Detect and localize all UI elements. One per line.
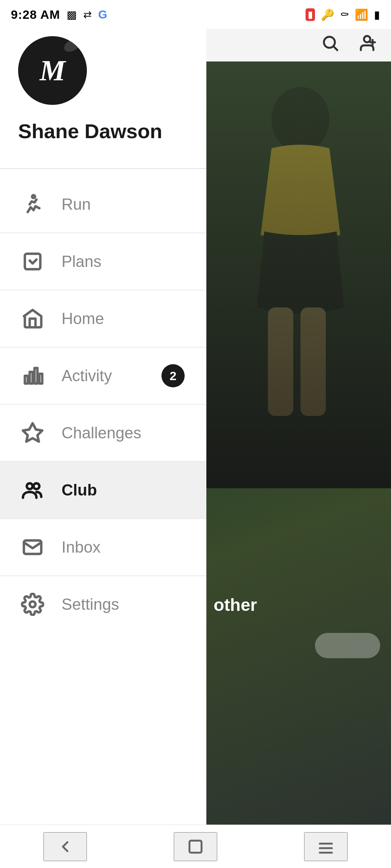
sidebar-item-plans[interactable]: Plans bbox=[0, 233, 206, 290]
activity-badge: 2 bbox=[161, 364, 185, 387]
status-left: 9:28 AM ▩ ⇄ G bbox=[11, 8, 107, 22]
nav-items-list: Run Plans Home bbox=[0, 173, 206, 868]
svg-rect-13 bbox=[34, 368, 37, 384]
record-icon: ▮ bbox=[306, 8, 315, 21]
svg-point-16 bbox=[27, 483, 33, 489]
plans-icon bbox=[18, 247, 47, 276]
avatar-decoration bbox=[62, 36, 83, 54]
sim-icon: ⇄ bbox=[83, 9, 92, 21]
right-cta-button[interactable] bbox=[315, 633, 380, 658]
sidebar-item-challenges[interactable]: Challenges bbox=[0, 405, 206, 461]
image-overlay bbox=[203, 54, 391, 488]
add-user-icon[interactable] bbox=[358, 34, 377, 57]
sidebar-item-club[interactable]: Club bbox=[0, 462, 206, 518]
user-name: Shane Dawson bbox=[18, 119, 188, 143]
svg-rect-11 bbox=[25, 376, 28, 383]
key-icon: 🔑 bbox=[321, 8, 334, 21]
header-divider bbox=[0, 168, 206, 169]
svg-marker-15 bbox=[23, 423, 42, 442]
status-bar: 9:28 AM ▩ ⇄ G ▮ 🔑 ⚰ 📶 ▮ bbox=[0, 0, 391, 29]
battery-icon: ▮ bbox=[374, 8, 380, 21]
svg-rect-20 bbox=[189, 841, 201, 852]
svg-rect-10 bbox=[25, 254, 41, 269]
bluetooth-icon: ⚰ bbox=[340, 8, 349, 21]
sidebar-item-settings[interactable]: Settings bbox=[0, 576, 206, 633]
sidebar-item-run[interactable]: Run bbox=[0, 176, 206, 233]
status-icons: ▮ 🔑 ⚰ 📶 ▮ bbox=[306, 8, 380, 21]
back-button[interactable] bbox=[43, 832, 87, 861]
avatar[interactable]: M bbox=[18, 36, 87, 105]
home-button[interactable] bbox=[174, 832, 217, 861]
sidebar-item-home[interactable]: Home bbox=[0, 290, 206, 347]
run-icon bbox=[18, 190, 47, 219]
svg-point-9 bbox=[32, 195, 35, 198]
run-label: Run bbox=[62, 195, 91, 213]
google-icon: G bbox=[98, 8, 107, 21]
status-time: 9:28 AM bbox=[11, 8, 60, 22]
home-icon bbox=[18, 304, 47, 333]
plans-label: Plans bbox=[62, 252, 101, 271]
sidebar-item-activity[interactable]: Activity 2 bbox=[0, 348, 206, 404]
right-header bbox=[203, 29, 391, 61]
settings-label: Settings bbox=[62, 595, 119, 613]
sidebar-drawer: M Shane Dawson Run bbox=[0, 0, 206, 868]
sidebar-item-inbox[interactable]: Inbox bbox=[0, 519, 206, 575]
right-overlay-text: other bbox=[214, 595, 257, 615]
search-icon[interactable] bbox=[321, 34, 340, 57]
svg-point-17 bbox=[34, 483, 39, 489]
inbox-label: Inbox bbox=[62, 538, 101, 556]
wifi-icon: 📶 bbox=[355, 8, 368, 21]
fitness-image bbox=[203, 54, 391, 488]
challenges-label: Challenges bbox=[62, 424, 141, 442]
svg-point-19 bbox=[30, 601, 35, 607]
activity-icon bbox=[18, 361, 47, 390]
club-label: Club bbox=[62, 481, 97, 499]
video-call-icon: ▩ bbox=[67, 8, 77, 21]
bottom-navigation-bar bbox=[0, 825, 391, 868]
challenges-icon bbox=[18, 418, 47, 447]
svg-rect-14 bbox=[39, 374, 42, 384]
inbox-icon bbox=[18, 533, 47, 562]
menu-button[interactable] bbox=[304, 832, 348, 861]
settings-icon bbox=[18, 590, 47, 619]
avatar-letter: M bbox=[39, 54, 65, 87]
svg-rect-12 bbox=[30, 372, 33, 383]
svg-point-6 bbox=[364, 36, 370, 42]
home-label: Home bbox=[62, 310, 104, 328]
svg-line-5 bbox=[334, 47, 337, 50]
club-icon bbox=[18, 476, 47, 505]
activity-label: Activity bbox=[62, 367, 112, 385]
right-background-panel: other bbox=[203, 0, 391, 868]
